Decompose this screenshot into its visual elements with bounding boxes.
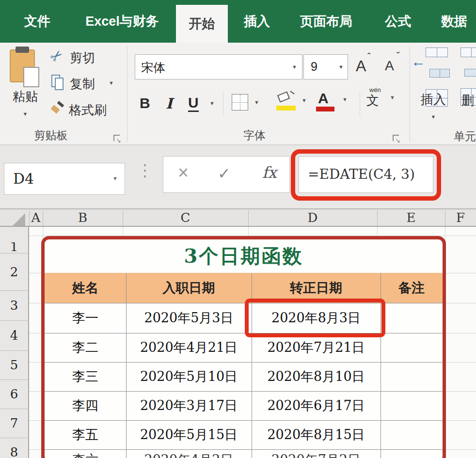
cell-b6[interactable]: 李三 (45, 362, 126, 391)
tab-excel-finance[interactable]: Excel与财务 (74, 0, 171, 43)
group-separator2 (410, 47, 410, 142)
paste-dropdown-arrow: ▼ (19, 111, 31, 117)
gridline (377, 227, 378, 237)
name-box[interactable]: D4 ▼ (4, 163, 125, 195)
cell-d5[interactable]: 2020年7月21日 (252, 333, 381, 362)
row-header-2[interactable]: 2 (0, 253, 28, 290)
cell-b9-partial[interactable]: 李六 (45, 449, 126, 458)
select-all-corner[interactable] (13, 213, 25, 226)
cell-c7[interactable]: 2020年3月17日 (126, 391, 252, 420)
font-color-button[interactable]: A ▼ (315, 90, 355, 114)
cell-d8[interactable]: 2020年8月15日 (252, 420, 381, 449)
cell-c9-partial[interactable]: 2020年4月2日 (126, 449, 252, 458)
clipboard-dialog-launcher[interactable]: ↘ (113, 135, 120, 141)
tab-formulas[interactable]: 公式 (376, 0, 420, 43)
enter-button[interactable]: ✓ (218, 164, 231, 183)
cell-e6[interactable] (381, 362, 443, 391)
row-header-8[interactable]: 8 (0, 438, 28, 458)
font-size-combobox[interactable]: 9 ▼ (303, 54, 348, 79)
underline-button[interactable]: U (184, 93, 205, 114)
row-header-3[interactable]: 3 (0, 290, 28, 320)
header-name[interactable]: 姓名 (45, 273, 126, 303)
cell-b7[interactable]: 李四 (45, 391, 126, 420)
copy-button[interactable]: 复制 ▼ (47, 73, 124, 94)
row-header-4[interactable]: 4 (0, 320, 28, 350)
cell-b4[interactable]: 李一 (45, 303, 126, 333)
cell-b5[interactable]: 李二 (45, 333, 126, 362)
column-header-f[interactable]: F (445, 209, 476, 226)
delete-cells-icon-top (460, 47, 476, 57)
tab-page-layout[interactable]: 页面布局 (290, 0, 363, 43)
fill-color-button[interactable]: ▼ (274, 91, 313, 114)
format-painter-brush-handle (57, 101, 64, 108)
tab-home[interactable]: 开始 (176, 5, 228, 43)
column-header-c[interactable]: C (123, 209, 248, 226)
font-color-letter: A (318, 90, 329, 107)
cell-c5[interactable]: 2020年4月21日 (126, 333, 252, 362)
cell-c8[interactable]: 2020年5月15日 (126, 420, 252, 449)
borders-button[interactable]: ▼ (231, 94, 262, 113)
row-header-6[interactable]: 6 (0, 379, 28, 409)
insert-cells-button[interactable]: ← 插入 ▼ (413, 46, 454, 123)
delete-cells-button[interactable]: 删 (458, 46, 476, 123)
gridline (446, 420, 476, 421)
table-title-cell[interactable]: 3个日期函数 (45, 239, 443, 273)
decrease-font-size-button[interactable]: A ˇ (384, 53, 406, 79)
phonetic-icon: 文 (366, 92, 379, 109)
tab-insert[interactable]: 插入 (234, 0, 280, 43)
cut-button[interactable]: ✂ 剪切 (47, 47, 119, 68)
cell-e7[interactable] (381, 391, 443, 420)
column-header-d[interactable]: D (248, 209, 377, 226)
font-dialog-launcher[interactable]: ↘ (393, 135, 399, 141)
row-sep (0, 290, 29, 291)
cell-d7[interactable]: 2020年6月17日 (252, 391, 381, 420)
cell-d9-partial[interactable]: 2020年7月2日 (252, 449, 381, 458)
cell-e8[interactable] (381, 420, 443, 449)
tab-file[interactable]: 文件 (11, 0, 64, 43)
formula-text: =EDATE(C4, 3) (308, 166, 415, 182)
row-header-5[interactable]: 5 (0, 350, 28, 379)
italic-button[interactable]: I (161, 93, 180, 114)
insert-cells-label: 插入 (413, 92, 454, 107)
col-sep (248, 210, 249, 226)
format-painter-label: 格式刷 (69, 102, 107, 119)
column-header-a[interactable]: A (29, 209, 43, 226)
gridline (29, 273, 41, 273)
increase-font-size-button[interactable]: A ˆ (355, 53, 377, 79)
formula-input[interactable]: =EDATE(C4, 3) (299, 156, 433, 193)
header-hire-date[interactable]: 入职日期 (126, 273, 252, 303)
column-header-e[interactable]: E (377, 209, 445, 226)
row-header-1[interactable]: 1 (0, 242, 28, 251)
tab-data[interactable]: 数据 (432, 0, 476, 43)
header-note[interactable]: 备注 (381, 273, 443, 303)
cell-e5[interactable] (381, 333, 443, 362)
font-size-dropdown-arrow: ▼ (338, 64, 344, 70)
cell-e4[interactable] (381, 303, 443, 333)
copy-icon-back (55, 78, 63, 90)
font-name-dropdown-arrow: ▼ (292, 64, 297, 70)
cancel-button[interactable]: × (178, 162, 189, 183)
decrease-caret: ˇ (397, 50, 400, 62)
format-painter-button[interactable]: 格式刷 (45, 99, 127, 120)
employee-date-table: 3个日期函数 姓名 入职日期 转正日期 备注 李一 2020年5月3日 2020… (41, 236, 446, 458)
font-group-divider (223, 92, 223, 115)
row-sep (0, 409, 29, 409)
cell-c6[interactable]: 2020年5月10日 (126, 362, 252, 391)
cut-label: 剪切 (70, 49, 95, 66)
font-name-combobox[interactable]: 宋体 ▼ (135, 54, 302, 79)
row-header-7[interactable]: 7 (0, 409, 28, 438)
insert-function-button[interactable]: fx (262, 163, 277, 182)
insert-cells-icon-top (426, 47, 448, 57)
underline-dropdown-arrow[interactable]: ▼ (209, 101, 215, 106)
fill-bucket-spout (290, 91, 294, 94)
formula-bar-splitter[interactable]: ⋮ (137, 166, 153, 175)
cell-c4[interactable]: 2020年5月3日 (126, 303, 252, 333)
insert-cells-icon-mid (429, 69, 450, 78)
cell-d6[interactable]: 2020年8月10日 (252, 362, 381, 391)
cell-b8[interactable]: 李五 (45, 420, 126, 449)
column-header-b[interactable]: B (43, 209, 123, 226)
name-box-value: D4 (13, 170, 34, 187)
phonetic-guide-button[interactable]: wén 文 ▼ (365, 87, 403, 115)
bold-button[interactable]: B (137, 93, 158, 114)
name-box-dropdown-arrow: ▼ (112, 176, 118, 181)
